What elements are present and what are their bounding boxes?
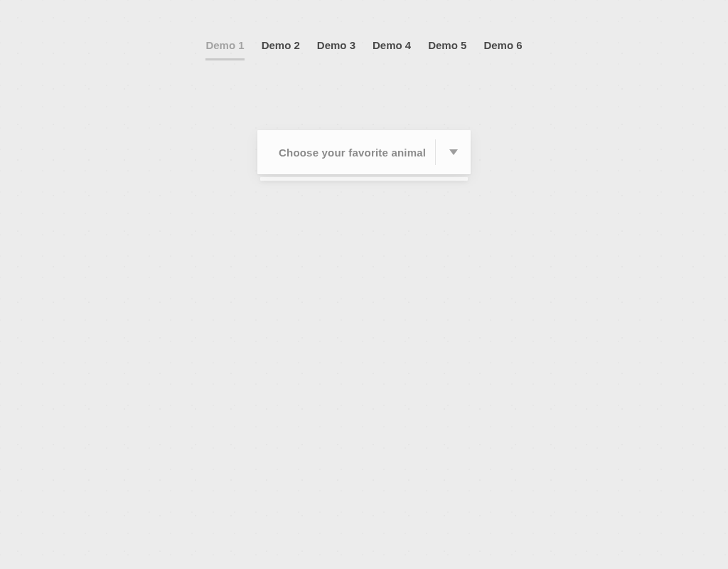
chevron-down-icon bbox=[449, 149, 458, 155]
dropdown-label: Choose your favorite animal bbox=[257, 147, 435, 159]
dropdown-toggle[interactable] bbox=[435, 139, 471, 165]
demo-nav: Demo 1 Demo 2 Demo 3 Demo 4 Demo 5 Demo … bbox=[0, 0, 728, 60]
nav-item-demo-2[interactable]: Demo 2 bbox=[262, 39, 300, 60]
nav-item-demo-6[interactable]: Demo 6 bbox=[483, 39, 522, 60]
nav-item-demo-3[interactable]: Demo 3 bbox=[317, 39, 355, 60]
nav-item-demo-5[interactable]: Demo 5 bbox=[428, 39, 466, 60]
dropdown-container: Choose your favorite animal bbox=[0, 130, 728, 174]
animal-dropdown[interactable]: Choose your favorite animal bbox=[257, 130, 471, 174]
nav-item-demo-1[interactable]: Demo 1 bbox=[205, 39, 244, 60]
nav-item-demo-4[interactable]: Demo 4 bbox=[373, 39, 411, 60]
